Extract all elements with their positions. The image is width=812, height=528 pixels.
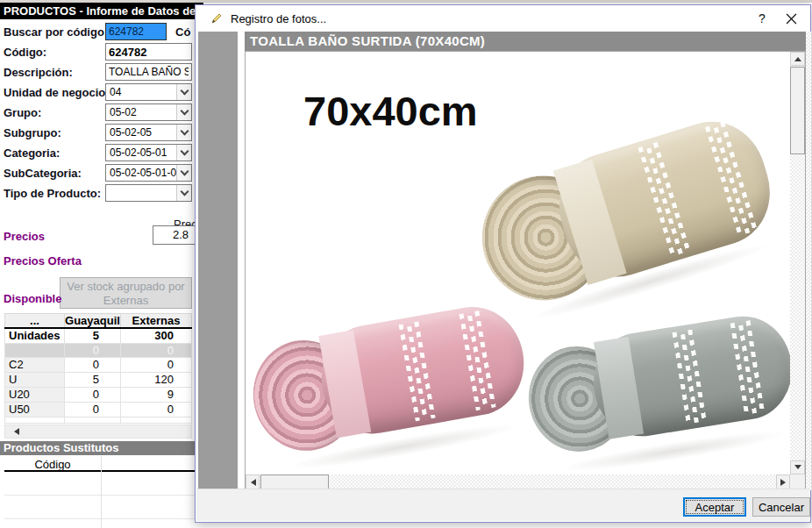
towel-body [587,310,790,443]
descripcion-label: Descripción: [4,66,73,79]
dialog-title: Registro de fotos... [231,12,326,25]
towel-body [545,109,783,289]
photo-title-bar: TOALLA BAÑO SURTIDA (70X40CM) [245,32,806,51]
subcategoria-label: SubCategoria: [4,167,82,180]
table-row[interactable]: Unidades 5 300 [5,328,192,343]
table-row[interactable]: U 5 120 [5,372,192,387]
tipo-label: Tipo de Producto: [4,187,101,200]
photo-vscrollbar[interactable] [790,52,805,474]
descripcion-input[interactable] [105,63,192,81]
size-caption: 70x40cm [303,87,478,135]
photo-list-panel [198,32,238,490]
towel-pink-image [253,310,526,457]
buscar-input[interactable] [105,23,167,40]
accept-button[interactable]: Aceptar [683,497,746,517]
codigo-label: Código: [4,46,46,59]
sustitutos-table: Código [4,456,198,528]
dialog-button-bar: Aceptar Cancelar [196,489,809,521]
help-button[interactable]: ? [748,5,776,32]
scrollbar-corner [790,474,805,489]
categoria-combobox[interactable]: 05-02-05-01 [105,144,192,161]
chevron-down-icon [180,86,189,95]
table-row[interactable]: U50 0 0 [5,402,192,417]
cancel-button[interactable]: Cancelar [752,497,810,517]
chevron-down-icon [180,167,189,175]
form-row-tipo: Tipo de Producto: [0,184,196,204]
dialog-texture-strip [806,32,811,490]
form-row-grupo: Grupo: 05-02 [0,103,196,124]
codigo-partial-label: Có [175,25,190,39]
photo-area: TOALLA BAÑO SURTIDA (70X40CM) 70x40cm [245,32,806,490]
form-row-subcategoria: SubCategoria: 05-02-05-01-04 [0,164,196,184]
grupo-dropdown-button[interactable] [176,104,191,120]
scroll-down-icon [794,465,801,473]
registro-fotos-dialog: Registro de fotos... ? TOALLA BAÑO SURTI… [195,4,811,523]
unidad-label: Unidad de negocio: [4,86,110,99]
unidad-combobox[interactable]: 04 [105,83,192,101]
form-row-unidad: Unidad de negocio: 04 [0,83,196,103]
dialog-titlebar[interactable]: Registro de fotos... ? [196,5,810,32]
towel-gray-image [526,312,790,461]
tipo-dropdown-button[interactable] [176,185,191,201]
subgrupo-label: Subgrupo: [4,126,61,139]
form-row-subgrupo: Subgrupo: 05-02-05 [0,124,196,144]
table-row [5,417,192,423]
categoria-label: Categoria: [4,146,60,160]
categoria-dropdown-button[interactable] [176,145,191,161]
column-divider [101,456,102,528]
photo-frame: 70x40cm [245,51,806,490]
scroll-up-icon [794,54,801,61]
productos-sustitutos-header: Productos Sustitutos [0,441,198,455]
subcategoria-combobox[interactable]: 05-02-05-01-04 [105,164,192,182]
scroll-right-icon [780,479,789,486]
grupo-combobox[interactable]: 05-02 [105,103,192,121]
unidad-dropdown-button[interactable] [176,84,191,100]
main-window-titlebar: PRODUCTOS - Informe de Datos del Pro [0,3,203,19]
ver-stock-button[interactable]: Ver stock agrupado porExternas [60,277,192,309]
precios-section-label: Precios [4,230,45,243]
hscrollbar-thumb[interactable] [260,474,329,489]
towel-dotted-stripe [396,321,438,422]
chevron-down-icon [180,106,189,115]
grupo-label: Grupo: [4,106,41,119]
scroll-up-button[interactable] [790,52,805,66]
subgrupo-dropdown-button[interactable] [176,125,191,140]
stock-col-guayaquil[interactable]: Guayaquil [65,314,121,329]
table-row[interactable]: U20 0 9 [5,387,192,402]
subgrupo-value: 05-02-05 [106,126,176,139]
form-row-buscar: Buscar por código: Có [0,23,196,43]
close-x-icon [786,13,797,25]
vscrollbar-thumb[interactable] [790,67,805,154]
towel-dotted-stripe [728,320,767,416]
photo-hscrollbar[interactable] [246,474,790,489]
close-button[interactable] [775,5,807,32]
unidad-value: 04 [106,86,176,98]
towel-dotted-stripe [670,329,709,425]
subcategoria-dropdown-button[interactable] [176,165,191,181]
chevron-down-icon [180,187,189,196]
stock-col-dots[interactable]: ... [5,314,65,329]
towel-body [313,299,532,441]
stock-table-hscrollbar[interactable] [4,425,192,439]
towel-dotted-stripe [702,120,760,237]
buscar-label: Buscar por código: [4,25,108,39]
chevron-down-icon [180,146,189,155]
scroll-left-icon[interactable] [11,428,19,435]
scroll-left-button[interactable] [246,474,260,489]
tipo-combobox[interactable] [105,184,192,202]
table-row[interactable]: 0 0 [5,343,192,357]
scroll-down-button[interactable] [790,460,805,474]
grupo-value: 05-02 [106,106,176,118]
codigo-input[interactable] [105,43,192,61]
chevron-down-icon [180,126,189,135]
stock-table: ... Guayaquil Externas Unidades 5 300 0 … [4,313,192,424]
stock-col-externas[interactable]: Externas [121,314,192,329]
scroll-right-button[interactable] [776,474,790,489]
form-row-categoria: Categoria: 05-02-05-01 [0,144,196,164]
sustitutos-col-codigo[interactable]: Código [4,456,101,471]
subgrupo-combobox[interactable]: 05-02-05 [105,124,192,141]
table-row[interactable]: C2 0 0 [5,357,192,372]
scroll-left-icon [247,479,256,486]
towel-beige-image [478,128,772,295]
form-row-codigo: Código: [0,43,196,63]
